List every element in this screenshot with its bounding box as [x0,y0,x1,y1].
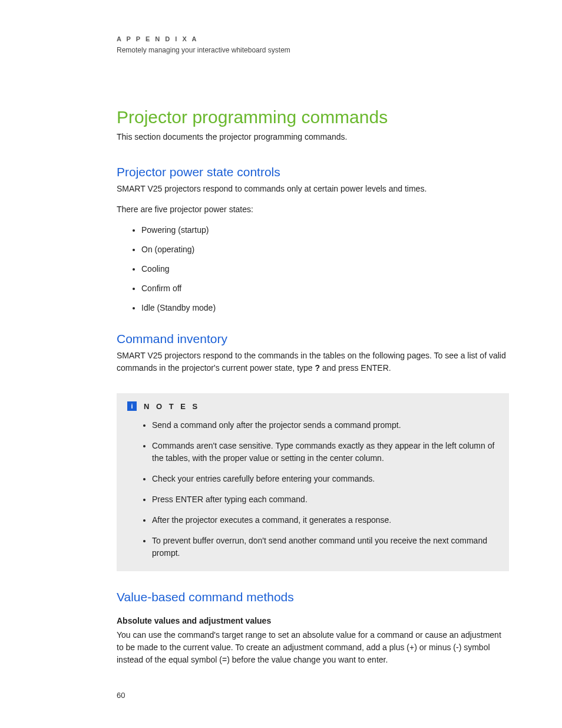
notes-box: i N O T E S Send a command only after th… [117,393,509,571]
notes-list: Send a command only after the projector … [127,419,498,559]
appendix-label: A P P E N D I X A [117,35,509,42]
section2-heading: Command inventory [117,332,509,346]
section3-para: You can use the command's target range t… [117,629,509,666]
list-item: Press ENTER after typing each command. [152,493,498,506]
section1-para2: There are five projector power states: [117,203,509,216]
page-number: 60 [117,691,125,700]
info-icon: i [127,401,137,411]
list-item: On (operating) [141,243,509,256]
list-item: After the projector executes a command, … [152,514,498,526]
main-heading: Projector programming commands [117,107,509,127]
list-item: Confirm off [141,282,509,295]
section2-para-bold: ? [315,363,320,373]
section2-para: SMART V25 projectors respond to the comm… [117,350,509,374]
power-states-list: Powering (startup) On (operating) Coolin… [117,224,509,314]
list-item: Send a command only after the projector … [152,419,498,431]
intro-text: This section documents the projector pro… [117,132,509,141]
appendix-subtitle: Remotely managing your interactive white… [117,46,509,54]
section1-heading: Projector power state controls [117,165,509,179]
list-item: To prevent buffer overrun, don't send an… [152,535,498,559]
notes-header: i N O T E S [127,401,498,411]
section2-para-post: and press ENTER. [320,363,391,373]
notes-label: N O T E S [144,402,200,411]
list-item: Cooling [141,263,509,275]
section3-heading: Value-based command methods [117,590,509,604]
section1-para1: SMART V25 projectors respond to commands… [117,183,509,195]
list-item: Check your entries carefully before ente… [152,473,498,485]
section3-subheading: Absolute values and adjustment values [117,616,509,625]
list-item: Idle (Standby mode) [141,302,509,314]
list-item: Commands aren't case sensitive. Type com… [152,440,498,465]
list-item: Powering (startup) [141,224,509,236]
section2-para-pre: SMART V25 projectors respond to the comm… [117,351,506,373]
document-page: A P P E N D I X A Remotely managing your… [0,0,562,698]
